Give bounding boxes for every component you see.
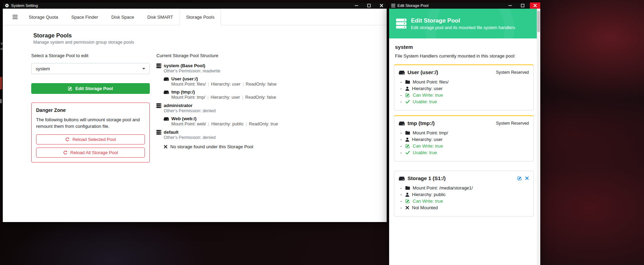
titlebar: System Setting: [3, 2, 387, 9]
folder-icon: [405, 131, 410, 135]
menu-button[interactable]: [8, 9, 22, 25]
maximize-button[interactable]: [364, 2, 374, 9]
danger-zone-description: The following buttons will unmount stora…: [36, 117, 145, 130]
storage-details: Mount Point: files/|Hierarchy: user|Read…: [171, 82, 375, 87]
x-icon: [405, 206, 409, 210]
handlers-description: File System Handlers currently mounted i…: [395, 53, 534, 59]
hdd-icon: [164, 117, 169, 121]
tab-disk-smart[interactable]: Disk SMART: [141, 9, 180, 25]
handler-name: Storage 1 (S1:/): [407, 175, 446, 181]
handler-row: - Can Write: true: [399, 198, 529, 204]
hdd-icon: [399, 70, 405, 75]
storage-name: tmp (tmp:/): [171, 89, 195, 95]
empty-pool-message: No storage found under this Storage Pool: [164, 144, 375, 149]
pool-name: default: [164, 130, 179, 135]
handler-row: - Mount Point: /media/storage1/: [399, 185, 529, 191]
pool-select-value: system: [36, 66, 50, 71]
pool-item-default: default Other's Permission: denied No st…: [156, 130, 375, 149]
handler-row: - Hierarchy: user: [399, 85, 529, 92]
system-setting-window: System Setting Storage Quota Space Finde…: [3, 2, 387, 222]
tab-bar: Storage Quota Space Finder Disk Space Di…: [3, 9, 387, 25]
edit-pool-banner: Edit Storage Pool Edit storage pool and …: [389, 9, 537, 38]
hdd-icon: [399, 121, 405, 126]
handler-row: - Can Write: true: [399, 143, 529, 149]
storage-item-tmp: tmp (tmp:/) Mount Point: tmp/|Hierarchy:…: [164, 89, 375, 100]
danger-zone-title: Danger Zone: [36, 107, 145, 113]
refresh-icon: [65, 137, 70, 142]
x-icon: [164, 145, 168, 149]
gear-icon: [5, 3, 9, 8]
edit-handler-icon[interactable]: [517, 176, 522, 180]
pool-name: administrator: [164, 103, 192, 108]
handler-row: - Usable: true: [399, 149, 529, 156]
minimize-button[interactable]: [505, 2, 515, 9]
storage-name: User (user:/): [171, 76, 198, 81]
separator: |: [206, 122, 211, 126]
pool-item-system: system (Base Pool) Other's Permission: r…: [156, 63, 375, 100]
handler-card-storage1: Storage 1 (S1:/) - Mount Point: /media/s…: [394, 171, 534, 217]
tab-space-finder[interactable]: Space Finder: [65, 9, 105, 25]
storage-item-web: Web (web:/) Mount Point: web/|Hierarchy:…: [164, 116, 375, 126]
hdd-icon: [164, 77, 169, 81]
page-subtitle: Manage system and permission group stora…: [33, 40, 134, 45]
tab-storage-pools[interactable]: Storage Pools: [180, 9, 221, 25]
window-title: System Setting: [11, 3, 38, 8]
separator: |: [240, 95, 245, 100]
edit-storage-pool-window: Edit Storage Pool Edit Storage Pool Edit…: [389, 2, 540, 265]
user-icon: [405, 138, 409, 142]
system-reserved-badge: System Reserved: [496, 70, 529, 75]
danger-zone-card: Danger Zone The following buttons will u…: [31, 103, 150, 162]
maximize-button[interactable]: [517, 2, 528, 9]
banner-subtitle: Edit storage pool and its mounted file s…: [411, 25, 515, 30]
server-icon: [156, 130, 161, 135]
separator: |: [206, 82, 211, 87]
server-icon: [156, 63, 161, 68]
pool-permission: Other's Permission: readwrite: [164, 69, 375, 73]
folder-icon: [405, 80, 410, 84]
remove-handler-icon[interactable]: [525, 176, 529, 180]
edit-pool-body: system File System Handlers currently mo…: [389, 38, 537, 265]
storage-details: Mount Point: tmp/|Hierarchy: user|ReadOn…: [171, 95, 375, 100]
handler-name: User (user:/): [407, 69, 438, 75]
handler-row: - Hierarchy: public: [399, 191, 529, 198]
scrollbar-thumb[interactable]: [537, 11, 540, 32]
edit-icon: [68, 86, 72, 91]
window-title: Edit Storage Pool: [397, 3, 429, 8]
structure-title: Current Storage Pool Structure: [156, 53, 375, 58]
reload-selected-pool-button[interactable]: Reload Selected Pool: [36, 134, 145, 144]
close-button[interactable]: [376, 2, 387, 9]
system-reserved-badge: System Reserved: [496, 121, 529, 126]
edit-icon: [405, 144, 410, 148]
titlebar: Edit Storage Pool: [389, 2, 540, 9]
reload-all-pool-button[interactable]: Reload All Storage Pool: [36, 148, 145, 158]
pool-permission: Other's Permission: denied: [164, 108, 375, 113]
scrollbar[interactable]: [537, 9, 540, 265]
edit-storage-pool-button[interactable]: Edit Storage Pool: [31, 83, 150, 94]
tab-storage-quota[interactable]: Storage Quota: [22, 9, 65, 25]
handler-row: - Not Mounted: [399, 204, 529, 211]
server-icon: [156, 103, 161, 108]
user-icon: [405, 87, 409, 91]
banner-title: Edit Storage Pool: [411, 17, 515, 24]
caret-down-icon: [142, 68, 145, 70]
separator: |: [205, 95, 211, 100]
tab-disk-space[interactable]: Disk Space: [105, 9, 141, 25]
handler-card-user: User (user:/) System Reserved - Mount Po…: [394, 64, 534, 111]
handler-row: - Mount Point: tmp/: [399, 130, 529, 136]
pool-select[interactable]: system: [31, 63, 150, 74]
minimize-button[interactable]: [351, 2, 362, 9]
menu-icon: [391, 4, 395, 7]
desktop-icon-fragment: [0, 77, 2, 89]
hdd-icon: [399, 176, 405, 181]
separator: |: [243, 122, 249, 126]
handler-name: tmp (tmp:/): [407, 120, 435, 126]
page-title: Storage Pools: [33, 32, 134, 39]
handler-row: - Mount Point: files/: [399, 79, 529, 85]
handler-card-tmp: tmp (tmp:/) System Reserved - Mount Poin…: [394, 115, 534, 161]
hdd-icon: [164, 90, 169, 94]
check-icon: [405, 150, 410, 155]
refresh-icon: [63, 150, 68, 155]
edit-icon: [405, 93, 410, 97]
handler-row: - Hierarchy: user: [399, 136, 529, 143]
close-button[interactable]: [530, 2, 540, 9]
